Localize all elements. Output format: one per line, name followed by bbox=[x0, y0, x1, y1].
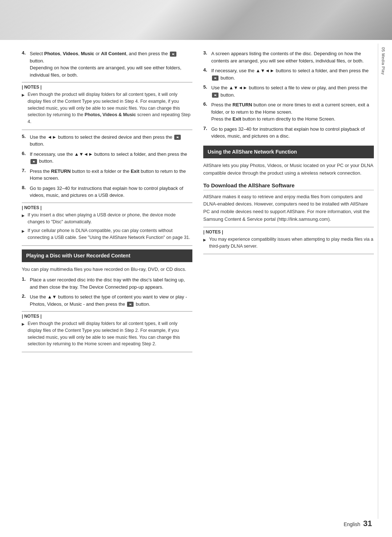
allshare-header-text: Using the AllShare Network Function bbox=[208, 149, 297, 155]
note-3-text-1: Even though the product will display fol… bbox=[28, 320, 192, 347]
notes-2-label: | NOTES | bbox=[22, 205, 192, 210]
note-bullet-4-1: ▶ bbox=[203, 237, 207, 250]
right-step-6: 6. Press the RETURN button one or more t… bbox=[203, 101, 374, 123]
notes-block-3: | NOTES | ▶ Even though the product will… bbox=[22, 311, 192, 352]
note-1-text-1: Even though the product will display fol… bbox=[28, 91, 192, 125]
step-4-text: Select Photos, Videos, Music or All Cont… bbox=[30, 50, 192, 78]
footer: English 31 bbox=[344, 519, 372, 528]
header-bar bbox=[0, 0, 392, 40]
right-step-3-number: 3. bbox=[203, 50, 209, 64]
enter-button-icon-r5 bbox=[212, 93, 219, 98]
footer-page-number: 31 bbox=[363, 519, 372, 528]
play-step-1-text: Place a user recorded disc into the disc… bbox=[30, 276, 192, 290]
enter-button-icon-r4 bbox=[212, 76, 219, 81]
note-2-item-1: ▶ If you insert a disc when playing a US… bbox=[22, 212, 192, 225]
step-7-text: Press the RETURN button to exit a folder… bbox=[30, 168, 192, 182]
step-6-text: If necessary, use the ▲▼◄► buttons to se… bbox=[30, 151, 192, 165]
note-4-item-1: ▶ You may experience compatibility issue… bbox=[203, 236, 374, 250]
enter-button-icon-5 bbox=[174, 135, 181, 140]
right-step-3-text: A screen appears listing the contents of… bbox=[211, 50, 374, 64]
play-step-2-text: Use the ▲▼ buttons to select the type of… bbox=[30, 293, 192, 308]
main-content: 4. Select Photos, Videos, Music or All C… bbox=[0, 40, 392, 370]
right-column: 3. A screen appears listing the contents… bbox=[203, 50, 374, 356]
right-step-7-text: Go to pages 32–40 for instructions that … bbox=[211, 126, 374, 140]
right-rule bbox=[378, 44, 378, 519]
notes-block-1: | NOTES | ▶ Even though the product will… bbox=[22, 82, 192, 130]
right-step-4-number: 4. bbox=[203, 67, 209, 81]
section-playing-header: Playing a Disc with User Recorded Conten… bbox=[22, 249, 192, 263]
right-step-6-number: 6. bbox=[203, 101, 209, 123]
note-bullet-3-1: ▶ bbox=[22, 321, 25, 347]
download-body: AllShare makes it easy to retrieve and e… bbox=[203, 193, 374, 223]
sidebar-label-text: 05 Media Play bbox=[381, 47, 385, 75]
note-4-text-1: You may experience compatibility issues … bbox=[209, 236, 374, 250]
note-bullet-2-2: ▶ bbox=[22, 228, 25, 241]
left-column: 4. Select Photos, Videos, Music or All C… bbox=[22, 50, 192, 356]
right-step-5-text: Use the ▲▼◄► buttons to select a file to… bbox=[211, 84, 374, 98]
step-7-number: 7. bbox=[22, 168, 28, 182]
notes-3-label: | NOTES | bbox=[22, 314, 192, 319]
enter-button-icon bbox=[170, 52, 176, 57]
play-step-1-number: 1. bbox=[22, 276, 28, 290]
step-8-text: Go to pages 32–40 for instructions that … bbox=[30, 185, 192, 199]
step-5: 5. Use the ◄► buttons to select the desi… bbox=[22, 134, 192, 148]
note-2-item-2: ▶ If your cellular phone is DLNA compati… bbox=[22, 227, 192, 241]
allshare-section-header: Using the AllShare Network Function bbox=[203, 146, 374, 159]
download-title: To Download the AllShare Software bbox=[203, 182, 374, 190]
step-4: 4. Select Photos, Videos, Music or All C… bbox=[22, 50, 192, 78]
sidebar-label: 05 Media Play bbox=[381, 47, 385, 75]
right-step-7: 7. Go to pages 32–40 for instructions th… bbox=[203, 126, 374, 140]
step-6-number: 6. bbox=[22, 151, 28, 165]
right-step-4: 4. If necessary, use the ▲▼◄► buttons to… bbox=[203, 67, 374, 81]
right-step-6-text: Press the RETURN button one or more time… bbox=[211, 101, 374, 123]
enter-button-icon-6 bbox=[30, 159, 37, 164]
notes-block-4: | NOTES | ▶ You may experience compatibi… bbox=[203, 227, 374, 255]
notes-block-2: | NOTES | ▶ If you insert a disc when pl… bbox=[22, 203, 192, 246]
right-step-3: 3. A screen appears listing the contents… bbox=[203, 50, 374, 64]
step-8: 8. Go to pages 32–40 for instructions th… bbox=[22, 185, 192, 199]
right-step-5: 5. Use the ▲▼◄► buttons to select a file… bbox=[203, 84, 374, 98]
step-7: 7. Press the RETURN button to exit a fol… bbox=[22, 168, 192, 182]
step-5-number: 5. bbox=[22, 134, 28, 148]
right-step-7-number: 7. bbox=[203, 126, 209, 140]
note-2-text-2: If your cellular phone is DLNA compatibl… bbox=[28, 227, 192, 241]
note-bullet-1: ▶ bbox=[22, 92, 25, 125]
note-bullet-2-1: ▶ bbox=[22, 213, 25, 225]
play-step-2-number: 2. bbox=[22, 293, 28, 308]
section-playing-header-text: Playing a Disc with User Recorded Conten… bbox=[26, 253, 130, 259]
step-8-number: 8. bbox=[22, 185, 28, 199]
playing-intro: You can play multimedia files you have r… bbox=[22, 266, 192, 273]
enter-button-icon-p2 bbox=[127, 302, 134, 307]
footer-english-label: English bbox=[344, 521, 360, 527]
note-2-text-1: If you insert a disc when playing a USB … bbox=[28, 212, 192, 225]
right-step-4-text: If necessary, use the ▲▼◄► buttons to se… bbox=[211, 67, 374, 81]
notes-4-label: | NOTES | bbox=[203, 229, 374, 235]
right-step-5-number: 5. bbox=[203, 84, 209, 98]
note-1-item-1: ▶ Even though the product will display f… bbox=[22, 91, 192, 125]
step-6: 6. If necessary, use the ▲▼◄► buttons to… bbox=[22, 151, 192, 165]
step-4-number: 4. bbox=[22, 50, 28, 78]
step-5-text: Use the ◄► buttons to select the desired… bbox=[30, 134, 192, 148]
allshare-intro: AllShare lets you play Photos, Videos, o… bbox=[203, 162, 374, 177]
play-step-2: 2. Use the ▲▼ buttons to select the type… bbox=[22, 293, 192, 308]
play-step-1: 1. Place a user recorded disc into the d… bbox=[22, 276, 192, 290]
notes-1-label: | NOTES | bbox=[22, 85, 192, 90]
note-3-item-1: ▶ Even though the product will display f… bbox=[22, 320, 192, 347]
